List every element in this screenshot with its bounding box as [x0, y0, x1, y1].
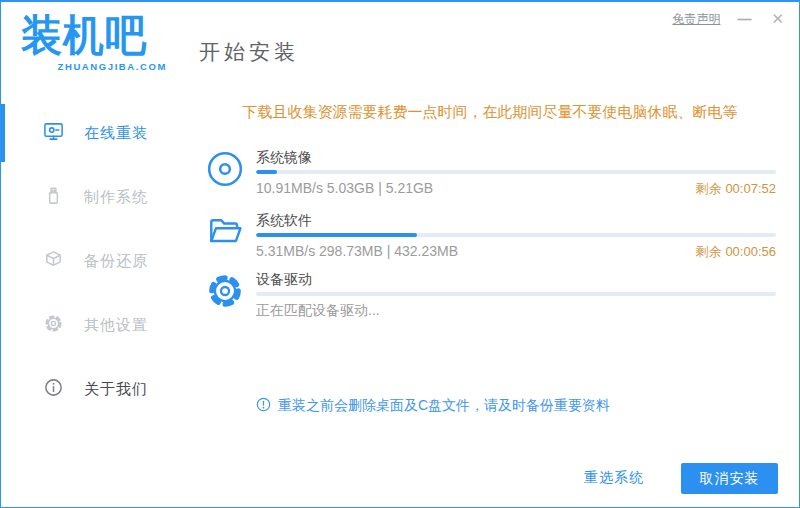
progress-bar	[256, 292, 776, 296]
sidebar-item-make-system[interactable]: 制作系统	[1, 168, 191, 226]
app-logo: 装机吧 ZHUANGJIBA.COM	[21, 10, 167, 72]
sidebar-item-other-settings[interactable]: 其他设置	[1, 296, 191, 354]
page-title: 开始安装	[199, 38, 299, 66]
task-system-software: 系统软件 5.31MB/s 298.73MB | 432.23MB 剩余 00:…	[256, 211, 776, 261]
sidebar-item-label: 制作系统	[84, 188, 148, 207]
task-remaining: 剩余 00:00:56	[696, 243, 776, 261]
app-window: 装机吧 ZHUANGJIBA.COM 开始安装 免责声明 — ✕ 在线重装	[0, 0, 800, 508]
minimize-icon[interactable]: —	[734, 10, 754, 28]
logo-text: 装机吧	[21, 9, 167, 62]
task-title: 设备驱动	[256, 270, 776, 289]
sidebar-item-label: 关于我们	[84, 380, 148, 399]
notice-text: 重装之前会删除桌面及C盘文件，请及时备份重要资料	[278, 397, 610, 415]
monitor-icon	[43, 121, 64, 146]
close-icon[interactable]: ✕	[768, 10, 787, 28]
progress-fill	[256, 170, 277, 174]
task-title: 系统软件	[256, 211, 776, 230]
backup-cube-icon	[43, 249, 64, 274]
progress-bar	[256, 170, 776, 174]
task-device-driver: 设备驱动 正在匹配设备驱动...	[256, 270, 776, 320]
progress-fill	[256, 233, 417, 237]
task-title: 系统镜像	[256, 148, 776, 167]
progress-bar	[256, 233, 776, 237]
warning-text: 下载且收集资源需要耗费一点时间，在此期间尽量不要使电脑休眠、断电等	[191, 103, 789, 122]
gear-icon	[43, 313, 64, 338]
task-remaining: 剩余 00:07:52	[696, 180, 776, 198]
folder-icon	[206, 213, 244, 251]
sidebar-item-backup-restore[interactable]: 备份还原	[1, 232, 191, 290]
usb-icon	[43, 185, 64, 210]
info-icon	[43, 377, 64, 402]
cancel-install-button[interactable]: 取消安装	[681, 463, 778, 494]
sidebar-item-label: 备份还原	[84, 252, 148, 271]
sidebar-item-label: 其他设置	[84, 316, 148, 335]
backup-notice: 重装之前会删除桌面及C盘文件，请及时备份重要资料	[256, 397, 610, 415]
task-system-image: 系统镜像 10.91MB/s 5.03GB | 5.21GB 剩余 00:07:…	[256, 148, 776, 198]
task-detail: 10.91MB/s 5.03GB | 5.21GB	[256, 180, 433, 196]
task-detail: 5.31MB/s 298.73MB | 432.23MB	[256, 243, 458, 259]
sidebar-item-online-reinstall[interactable]: 在线重装	[1, 104, 191, 162]
logo-subtext: ZHUANGJIBA.COM	[21, 61, 167, 72]
sidebar: 在线重装 制作系统 备份还原	[1, 104, 191, 424]
alert-circle-icon	[256, 397, 271, 415]
sidebar-item-about-us[interactable]: 关于我们	[1, 360, 191, 418]
reselect-system-button[interactable]: 重选系统	[584, 469, 644, 487]
sidebar-item-label: 在线重装	[84, 124, 148, 143]
disc-icon	[206, 150, 244, 188]
gear-icon	[206, 272, 244, 310]
task-detail: 正在匹配设备驱动...	[256, 302, 380, 320]
disclaimer-link[interactable]: 免责声明	[672, 11, 720, 28]
